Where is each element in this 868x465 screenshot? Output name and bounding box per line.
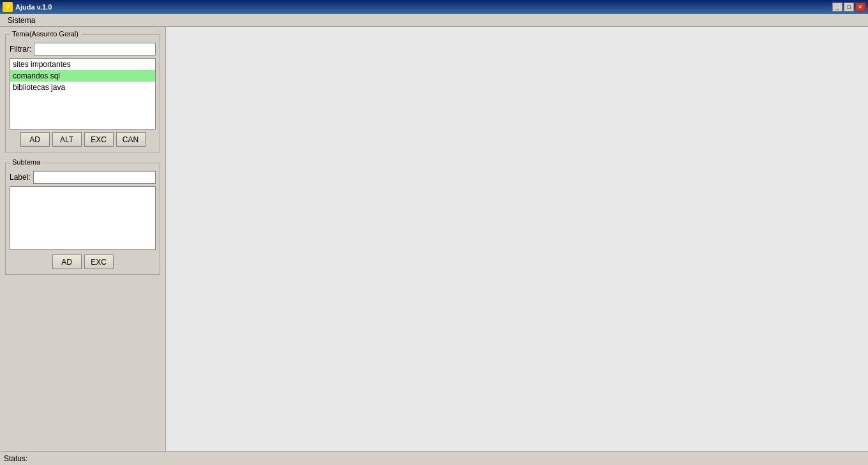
label-label: Label: bbox=[10, 173, 31, 182]
app-icon: ? bbox=[3, 2, 13, 12]
tema-legend: Tema(Assunto Geral) bbox=[10, 30, 81, 38]
tema-button-row: AD ALT EXC CAN bbox=[10, 132, 156, 147]
menu-bar: Sistema bbox=[0, 14, 868, 27]
exc-button-tema[interactable]: EXC bbox=[84, 132, 114, 147]
ad-button-tema[interactable]: AD bbox=[20, 132, 50, 147]
title-bar: ? Ajuda v.1.0 _ □ ✕ bbox=[0, 0, 868, 14]
tema-list[interactable]: sites importantes comandos sql bibliotec… bbox=[10, 58, 156, 129]
status-label: Status: bbox=[4, 454, 27, 463]
can-button-tema[interactable]: CAN bbox=[116, 132, 146, 147]
left-panel: Tema(Assunto Geral) Filtrar: sites impor… bbox=[0, 27, 166, 451]
exc-button-subtema[interactable]: EXC bbox=[84, 255, 114, 269]
list-item[interactable]: sites importantes bbox=[10, 59, 155, 70]
title-bar-controls: _ □ ✕ bbox=[832, 3, 865, 11]
main-area: Tema(Assunto Geral) Filtrar: sites impor… bbox=[0, 27, 868, 451]
list-item[interactable]: comandos sql bbox=[10, 70, 155, 82]
alt-button-tema[interactable]: ALT bbox=[52, 132, 82, 147]
subtema-textarea[interactable] bbox=[10, 186, 156, 250]
tema-section: Tema(Assunto Geral) Filtrar: sites impor… bbox=[5, 34, 160, 152]
subtema-button-row: AD EXC bbox=[10, 255, 156, 269]
filter-label: Filtrar: bbox=[10, 45, 31, 54]
close-button[interactable]: ✕ bbox=[855, 3, 865, 11]
ad-button-subtema[interactable]: AD bbox=[52, 255, 82, 269]
minimize-button[interactable]: _ bbox=[832, 3, 842, 11]
menu-sistema[interactable]: Sistema bbox=[3, 15, 40, 26]
subtema-section: Subtema Label: AD EXC bbox=[5, 163, 160, 275]
filter-input[interactable] bbox=[34, 43, 156, 55]
right-panel bbox=[166, 27, 868, 451]
filter-row: Filtrar: bbox=[10, 43, 156, 55]
list-item[interactable]: bibliotecas java bbox=[10, 82, 155, 93]
maximize-button[interactable]: □ bbox=[844, 3, 854, 11]
status-bar: Status: bbox=[0, 451, 868, 465]
window-title: Ajuda v.1.0 bbox=[15, 3, 52, 11]
title-bar-left: ? Ajuda v.1.0 bbox=[3, 2, 52, 12]
label-input[interactable] bbox=[33, 171, 156, 184]
subtema-legend: Subtema bbox=[10, 158, 43, 166]
label-row: Label: bbox=[10, 171, 156, 184]
